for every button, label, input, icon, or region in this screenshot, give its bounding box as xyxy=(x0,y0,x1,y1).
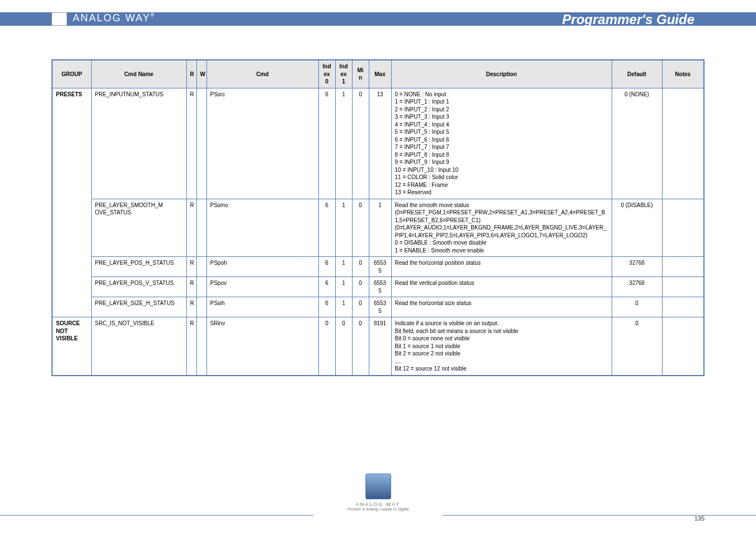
cell-r: R xyxy=(186,317,196,376)
cell-description: Read the smooth move status(0=PRESET_PGM… xyxy=(391,199,612,257)
cell-min: 0 xyxy=(352,277,369,297)
cell-r: R xyxy=(186,199,196,257)
cell-min: 0 xyxy=(352,88,369,199)
desc-line: (0=PRESET_PGM,1=PRESET_PRW,2=PRESET_A1,3… xyxy=(395,209,608,224)
cell-description: Read the horizontal size status xyxy=(391,297,612,317)
cell-default: 0 xyxy=(612,297,662,317)
cell-min: 0 xyxy=(352,317,369,376)
cell-idx1: 0 xyxy=(335,317,352,376)
desc-line: Bit 1 = source 1 not visible xyxy=(395,343,608,350)
page-title: Programmer's Guide xyxy=(562,12,694,27)
cell-description: Read the horizontal position status xyxy=(391,257,612,277)
cell-default: 32768 xyxy=(612,257,662,277)
cell-default: 0 (DISABLE) xyxy=(612,199,662,257)
col-group: GROUP xyxy=(52,60,91,88)
cell-max: 65535 xyxy=(369,257,391,277)
brand-name: ANALOG WAY® xyxy=(73,12,156,24)
cell-idx1: 1 xyxy=(335,88,352,199)
desc-line: 9 = INPUT_9 : Input 9 xyxy=(395,158,608,166)
table-row: SOURCE NOT VISIBLESRC_IS_NOT_VISIBLERSRi… xyxy=(52,317,704,376)
desc-line: Read the vertical position status xyxy=(395,279,608,287)
col-w: W xyxy=(196,60,206,88)
cell-notes xyxy=(662,199,704,257)
group-cell: PRESETS xyxy=(52,88,91,317)
table-row: PRE_LAYER_POS_H_STATUSRPSpoh61065535Read… xyxy=(52,257,704,277)
table-row: PRE_LAYER_SIZE_H_STATUSRPSsih61065535Rea… xyxy=(52,297,704,317)
cell-idx0: 6 xyxy=(318,257,335,277)
cell-notes xyxy=(662,257,704,277)
cell-r: R xyxy=(186,88,196,199)
cell-cmdname: PRE_LAYER_POS_V_STATUS xyxy=(91,277,186,297)
cell-min: 0 xyxy=(352,199,369,257)
desc-line: Read the smooth move status xyxy=(395,202,608,209)
desc-line: 4 = INPUT_4 : Input 4 xyxy=(395,121,608,129)
cell-description: Indicate if a source is visible on an ou… xyxy=(391,317,612,376)
footer-brand: ANALOG WAY xyxy=(328,502,429,507)
desc-line: 3 = INPUT_3 : Input 3 xyxy=(395,113,608,121)
desc-line: Read the horizontal size status xyxy=(395,299,608,307)
cell-idx1: 1 xyxy=(335,297,352,317)
cell-cmd: PSsmo xyxy=(206,199,318,257)
desc-line: 0 = NONE : No input xyxy=(395,91,608,99)
cell-cmdname: SRC_IS_NOT_VISIBLE xyxy=(91,317,186,376)
table-header-row: GROUP Cmd Name R W Cmd Index 0 Index 1 M… xyxy=(52,60,704,88)
footer-logo: ANALOG WAY Pioneer in Analog, Leader in … xyxy=(328,474,429,511)
cell-description: 0 = NONE : No input1 = INPUT_1 : Input 1… xyxy=(391,88,612,199)
command-table: GROUP Cmd Name R W Cmd Index 0 Index 1 M… xyxy=(51,59,705,376)
cell-w xyxy=(196,297,206,317)
footer-logo-icon xyxy=(365,474,391,499)
cell-w xyxy=(196,199,206,257)
cell-idx0: 6 xyxy=(318,199,335,257)
footer-rule-right xyxy=(443,515,756,516)
cell-cmd: PSsih xyxy=(206,297,318,317)
cell-idx1: 1 xyxy=(335,199,352,257)
cell-idx1: 1 xyxy=(335,257,352,277)
cell-idx0: 6 xyxy=(318,277,335,297)
desc-line: 1 = ENABLE : Smooth move enable xyxy=(395,247,608,255)
col-cmdname: Cmd Name xyxy=(91,60,186,88)
desc-line: (0=LAYER_AUDIO,1=LAYER_BKGND_FRAME,2=LAY… xyxy=(395,224,608,239)
cell-w xyxy=(196,317,206,376)
cell-cmd: PSpoh xyxy=(206,257,318,277)
desc-line: 8 = INPUT_8 : Input 8 xyxy=(395,151,608,159)
cell-idx0: 0 xyxy=(318,317,335,376)
desc-line: 5 = INPUT_5 : Input 5 xyxy=(395,128,608,136)
col-idx1: Index 1 xyxy=(335,60,352,88)
col-cmd: Cmd xyxy=(206,60,318,88)
cell-notes xyxy=(662,317,704,376)
desc-line: 13 = Reserved xyxy=(395,189,608,196)
desc-line: Bit 2 = source 2 not visible xyxy=(395,350,608,358)
col-min: Min xyxy=(352,60,369,88)
cell-default: 0 xyxy=(612,317,662,376)
cell-notes xyxy=(662,297,704,317)
table-row: PRE_LAYER_POS_V_STATUSRPSpov61065535Read… xyxy=(52,277,704,297)
cell-default: 0 (NONE) xyxy=(612,88,662,199)
page-body: GROUP Cmd Name R W Cmd Index 0 Index 1 M… xyxy=(0,26,756,376)
desc-line: Bit field, each bit set means a source i… xyxy=(395,327,608,335)
desc-line: Bit 0 = source none not visible xyxy=(395,335,608,343)
footer: ANALOG WAY Pioneer in Analog, Leader in … xyxy=(0,474,756,524)
desc-line: 0 = DISABLE : Smooth move disable xyxy=(395,239,608,247)
cell-cmd: PSsrc xyxy=(206,88,318,199)
brand-logo-icon xyxy=(51,12,67,26)
cell-cmdname: PRE_INPUTNUM_STATUS xyxy=(91,88,186,199)
col-def: Default xyxy=(612,60,662,88)
cell-notes xyxy=(662,88,704,199)
cell-max: 1 xyxy=(369,199,391,257)
desc-line: 1 = INPUT_1 : Input 1 xyxy=(395,98,608,106)
desc-line: Bit 12 = source 12 not visible xyxy=(395,365,608,373)
cell-cmd: SRinv xyxy=(206,317,318,376)
cell-w xyxy=(196,277,206,297)
cell-r: R xyxy=(186,297,196,317)
col-idx0: Index 0 xyxy=(318,60,335,88)
footer-rule-left xyxy=(0,515,313,516)
col-max: Max xyxy=(369,60,391,88)
cell-r: R xyxy=(186,277,196,297)
desc-line: 10 = INPUT_10 : Input 10 xyxy=(395,166,608,174)
cell-min: 0 xyxy=(352,257,369,277)
cell-max: 65535 xyxy=(369,277,391,297)
table-row: PRESETSPRE_INPUTNUM_STATUSRPSsrc610130 =… xyxy=(52,88,704,199)
col-r: R xyxy=(186,60,196,88)
cell-w xyxy=(196,88,206,199)
cell-cmdname: PRE_LAYER_POS_H_STATUS xyxy=(91,257,186,277)
